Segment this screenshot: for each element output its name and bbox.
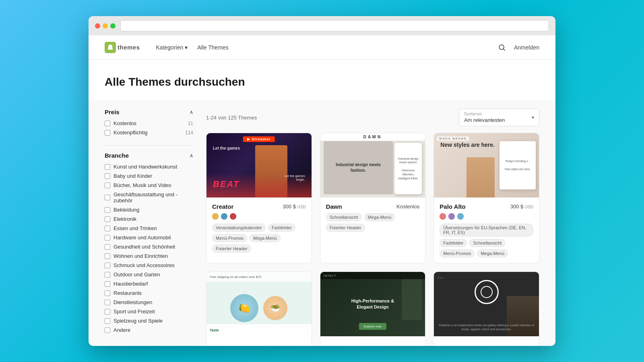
minimize-button[interactable] [103, 23, 108, 29]
close-button[interactable] [95, 23, 100, 29]
theme-info-dawn: Dawn Kostenlos Schnellansicht Mega-Menü … [320, 197, 425, 237]
tag: Menü-Promos [212, 234, 247, 242]
branche-checkbox-7[interactable] [105, 235, 110, 241]
color-swatch[interactable] [457, 213, 464, 220]
branche-checkbox-8[interactable] [105, 244, 110, 250]
branche-chevron-icon: ∧ [190, 153, 193, 158]
url-bar[interactable] [120, 20, 549, 31]
theme-card-paloalto[interactable]: New styles are here. Today's trending s.… [433, 133, 539, 263]
kostenlos-count: 11 [188, 121, 193, 126]
branche-checkbox-10[interactable] [105, 263, 110, 268]
filter-item-kostenpflichtig: Kostenpflichtig 114 [105, 130, 193, 136]
grid-header: 1-24 von 125 Themes Sortieren Am relevan… [206, 109, 539, 126]
shopify-logo-icon [105, 42, 116, 53]
tag: Fixierter Header [212, 245, 251, 253]
alle-themes-nav-link[interactable]: Alle Themes [197, 44, 229, 51]
list-item: Kunst und Handwerkskunst [105, 164, 193, 170]
color-swatch[interactable] [230, 213, 236, 220]
kostenlos-label[interactable]: Kostenlos [114, 120, 136, 126]
theme-name-dawn: Dawn [326, 203, 342, 210]
sort-label: Sortieren [464, 111, 505, 116]
list-item: Spielzeug und Spiele [105, 318, 193, 324]
tag: Schnellansicht [469, 239, 505, 247]
theme-preview-food: Free shipping on all orders over $75 🍋 🥗… [206, 272, 312, 336]
list-item: Haustierbedarf [105, 281, 193, 287]
theme-card-publisher[interactable]: • • • Publisher is an independent studio… [433, 272, 539, 346]
list-item: Restaurants [105, 290, 193, 296]
branche-checkbox-12[interactable] [105, 281, 110, 287]
theme-card-creator[interactable]: ▶ Streamer Let the games BEAT Let the ga… [206, 133, 312, 263]
tag: Menü-Promos [440, 249, 475, 257]
kostenpflichtig-checkbox[interactable] [105, 130, 110, 136]
list-item: Wohnen und Einrichten [105, 253, 193, 259]
kategorien-nav-link[interactable]: Kategorien ▾ [156, 44, 188, 51]
preis-filter-header[interactable]: Preis ∧ [105, 109, 193, 115]
page-title: Alle Themes durchsuchen [105, 76, 539, 88]
login-link[interactable]: Anmelden [514, 44, 539, 51]
maximize-button[interactable] [110, 23, 116, 29]
theme-name-creator: Creator [212, 203, 233, 210]
branche-checkbox-13[interactable] [105, 290, 110, 296]
filter-item-kostenlos: Kostenlos 11 [105, 120, 193, 126]
branche-checkbox-17[interactable] [105, 327, 110, 333]
search-icon[interactable] [498, 43, 506, 51]
kostenpflichtig-count: 114 [185, 130, 193, 136]
branche-checkbox-9[interactable] [105, 253, 110, 259]
preis-chevron-icon: ∧ [190, 109, 193, 115]
chevron-down-icon: ▾ [185, 44, 188, 51]
theme-info-publisher [434, 336, 539, 346]
branche-checkbox-0[interactable] [105, 164, 110, 170]
tag: Farbfelder [440, 239, 467, 247]
theme-preview-dawn: DAWN Industrial design meets fashion. In… [320, 133, 425, 197]
navbar: themes Kategorien ▾ Alle Themes Anmelden [89, 35, 555, 60]
tag: Mega-Menü [364, 213, 395, 221]
tag: Schnellansicht [326, 213, 362, 221]
result-count: 1-24 von 125 Themes [206, 115, 257, 121]
theme-info-impact [320, 336, 425, 346]
theme-card-food[interactable]: Free shipping on all orders over $75 🍋 🥗… [206, 272, 312, 346]
color-swatch[interactable] [440, 213, 446, 220]
sidebar: Preis ∧ Kostenlos 11 Kostenpflichti [105, 109, 193, 346]
color-swatch[interactable] [448, 213, 455, 220]
branche-checkbox-15[interactable] [105, 309, 110, 315]
branche-checkbox-4[interactable] [105, 207, 110, 213]
tag: Übersetzungen für EU-Sprachen (DE, EN, F… [440, 224, 533, 237]
branche-checkbox-11[interactable] [105, 272, 110, 278]
nav-right: Anmelden [498, 43, 539, 51]
theme-price-dawn: Kostenlos [396, 204, 419, 210]
theme-price-creator: 300 $ USD [283, 204, 305, 210]
theme-price-paloalto: 300 $ USD [510, 204, 533, 210]
sort-dropdown[interactable]: Sortieren Am relevantesten ▾ [459, 109, 539, 126]
theme-preview-impact: IMPACT High-Performance &Elegant Design … [320, 272, 425, 336]
tag: Farbfelder [268, 224, 295, 232]
theme-info-paloalto: Palo Alto 300 $ USD [434, 197, 539, 263]
nav-logo[interactable]: themes [105, 42, 140, 53]
theme-name-paloalto: Palo Alto [440, 203, 465, 210]
list-item: Elektronik [105, 216, 193, 222]
branche-filter-header[interactable]: Branche ∧ [105, 152, 193, 159]
branche-checkbox-16[interactable] [105, 318, 110, 324]
list-item: Geschäftsausstattung und -zubehör [105, 191, 193, 204]
kostenlos-checkbox[interactable] [105, 121, 110, 126]
nav-links: Kategorien ▾ Alle Themes [156, 44, 229, 51]
branche-checkbox-6[interactable] [105, 226, 110, 231]
branche-checkbox-3[interactable] [105, 195, 110, 200]
theme-colors-creator [212, 213, 306, 220]
kostenpflichtig-label[interactable]: Kostenpflichtig [114, 130, 148, 136]
theme-grid-area: 1-24 von 125 Themes Sortieren Am relevan… [206, 109, 539, 346]
color-swatch[interactable] [221, 213, 227, 220]
branche-filter-section: Branche ∧ Kunst und Handwerkskunst B [105, 152, 193, 333]
color-swatch[interactable] [212, 213, 219, 220]
branche-checkbox-14[interactable] [105, 300, 110, 305]
theme-colors-paloalto [440, 213, 533, 220]
theme-card-dawn[interactable]: DAWN Industrial design meets fashion. In… [320, 133, 426, 263]
sort-chevron-icon: ▾ [532, 115, 534, 120]
list-item: Outdoor und Garten [105, 272, 193, 278]
theme-preview-paloalto: New styles are here. Today's trending s.… [434, 133, 539, 197]
branche-checkbox-2[interactable] [105, 183, 110, 188]
branche-checkbox-5[interactable] [105, 216, 110, 222]
theme-tags-creator: Veranstaltungskalender Farbfelder Menü-P… [212, 224, 306, 253]
list-item: Bekleidung [105, 207, 193, 213]
theme-card-impact[interactable]: IMPACT High-Performance &Elegant Design … [320, 272, 426, 346]
branche-checkbox-1[interactable] [105, 173, 110, 179]
